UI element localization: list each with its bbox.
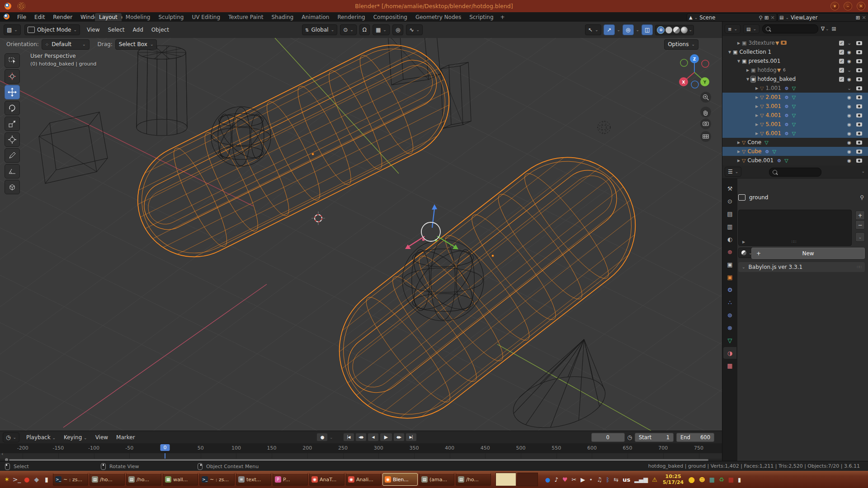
orientation-dropdown[interactable]: ⇅ Global ⌄ [302,24,337,35]
taskbar-window-zs[interactable]: >_~ : zs... [199,473,235,486]
outliner-display-mode[interactable]: ≣⌄ [725,24,741,33]
expand-arrow-icon[interactable]: ▶ [754,104,760,108]
mesh-data-icon[interactable]: ▽ [792,113,796,118]
eye-icon[interactable]: ◉ [847,77,851,82]
annotate-tool[interactable] [5,148,20,163]
playhead-badge[interactable]: 0 [160,444,170,451]
material-slot-list[interactable]: ▶ ∷∷ [738,210,852,246]
new-view-layer-icon[interactable]: ⊞ [856,14,860,21]
eye-icon[interactable]: ⌄ [847,40,851,46]
viewport-scene[interactable]: ZXY [0,38,722,431]
xray-toggle[interactable]: ◫ [642,24,653,35]
modifier-wrench-icon[interactable]: ⚙ [765,149,769,154]
outliner-row-5-001[interactable]: ▶▽5.001⚙▽◉ [722,120,868,129]
eye-icon[interactable]: ◉ [847,158,851,163]
expand-arrow-icon[interactable]: ▶ [736,41,741,45]
eye-icon[interactable]: ◉ [847,113,851,118]
modifiers-properties-tab[interactable]: ⚙ [723,284,736,296]
mesh-data-icon[interactable]: ▽ [792,85,796,91]
tab-geometry-nodes[interactable]: Geometry Nodes [411,13,465,21]
modifier-wrench-icon[interactable]: ⚙ [785,113,789,118]
taskbar-window-ho[interactable]: ▤/ho... [456,473,491,486]
mesh-data-icon[interactable]: ▽ [784,158,788,164]
exclude-checkbox[interactable]: ✓ [839,77,844,82]
view-layer-properties-tab[interactable]: ▥ [723,221,736,232]
taskbar-window-blen[interactable]: ◉Blen... [382,473,418,486]
eye-icon[interactable]: ◉ [847,59,851,64]
taskbar-window-wall[interactable]: ▦wall... [163,473,198,486]
close-icon[interactable]: ✕ [857,2,865,10]
gizmo-toggle[interactable]: ↗ [604,24,614,35]
camera-visibility-icon[interactable] [856,86,862,90]
tab-shading[interactable]: Shading [267,13,297,21]
eye-icon[interactable]: ⌄ [847,85,851,91]
collapse-arrow-icon[interactable]: ‹ [1,451,3,457]
jump-start-button[interactable]: |◀ [343,433,354,441]
tab-modeling[interactable]: Modeling [122,13,155,21]
app-blue-icon[interactable]: ● [545,476,550,483]
camera-visibility-icon[interactable] [856,68,862,72]
resize-grip[interactable]: ∷∷ [792,239,796,244]
eye-icon[interactable]: ◉ [847,149,851,154]
collection-properties-tab[interactable]: ▣ [723,258,736,270]
expand-arrow-icon[interactable]: ▶ [754,122,760,127]
texture-properties-tab[interactable]: ▦ [723,360,736,371]
terminal-launcher-icon[interactable]: >_ [12,474,22,485]
constraints-properties-tab[interactable]: ⊗ [723,322,736,333]
end-frame-field[interactable]: End 600 [676,433,714,442]
scene-properties-tab[interactable]: ◐ [723,233,736,245]
select-box-tool[interactable] [5,53,20,68]
render-properties-tab[interactable]: ⊙ [723,195,736,207]
viewport-menu-object[interactable]: Object [147,27,173,33]
pivot-dropdown[interactable]: ⊙⌄ [340,24,357,35]
show-desktop-icon[interactable]: ▮ [738,476,741,483]
new-material-button[interactable]: + New [751,248,865,259]
outliner-row-3dtexture[interactable]: ▶▣3dtexture▼✓⌄ [722,38,868,47]
exclude-checkbox[interactable]: ✓ [839,59,844,64]
music-icon[interactable]: ♪ [554,476,558,483]
timeline-ruler[interactable]: -200-150-100-500501001502002503003504004… [0,443,722,453]
outliner-row-2-001[interactable]: ▶▽2.001⚙▽◉ [722,93,868,102]
mesh-data-icon[interactable]: ▽ [792,122,796,127]
volume-icon[interactable]: ♫ [597,476,602,483]
exclude-checkbox[interactable]: ✓ [839,50,844,55]
shading-rendered-button[interactable] [681,27,688,33]
tab-scripting[interactable]: Scripting [465,13,497,21]
outliner-row-presets-001[interactable]: ▼▣presets.001✓◉ [722,56,868,66]
modifier-wrench-icon[interactable]: ⚙ [785,86,789,91]
usb-icon[interactable]: ⇆ [613,476,618,483]
axis-neg-x-ball[interactable] [702,60,709,67]
delete-scene-icon[interactable]: ✕ [770,14,775,21]
keyboard-layout-icon[interactable]: us [623,476,630,483]
pin-icon[interactable]: ⚲ [759,14,762,21]
settings-launcher-icon[interactable]: ◆ [32,474,42,485]
tab-uv-editing[interactable]: UV Editing [188,13,224,21]
outliner-view-mode[interactable]: ▤⌄ [743,24,760,33]
empty-sphere[interactable] [598,121,610,134]
modifier-wrench-icon[interactable]: ⚙ [777,158,781,163]
viewport-menu-view[interactable]: View [83,27,104,33]
maximize-icon[interactable]: – [844,2,852,10]
taskbar-window-ho[interactable]: ▤/ho... [126,473,161,486]
playhead-line[interactable] [165,453,165,459]
camera-visibility-icon[interactable] [856,159,862,163]
expand-arrow-icon[interactable]: ▶ [736,141,741,145]
stopwatch-icon[interactable]: ◷ [627,434,632,441]
view-layer-selector[interactable]: ▤⌄ ViewLayer ⊞ ✕ [777,13,868,22]
expand-arrow-icon[interactable]: ▶ [745,68,750,72]
expand-arrow-icon[interactable]: ▼ [745,77,750,81]
camera-visibility-icon[interactable] [856,122,862,127]
expand-arrow-icon[interactable]: ▶ [754,86,760,90]
new-collection-icon[interactable]: ⊞ [832,26,836,32]
outliner-row-3-001[interactable]: ▶▽3.001⚙▽◉ [722,102,868,111]
eye-icon[interactable]: ⌄ [847,67,851,73]
shading-material-button[interactable] [673,27,680,33]
rotate-tool[interactable] [5,101,20,115]
new-scene-icon[interactable]: ⊞ [764,14,769,21]
bluetooth-icon[interactable]: ᛒ [606,476,610,483]
notes-launcher-icon[interactable]: ▮ [42,474,52,485]
remove-slot-button[interactable]: − [855,220,865,230]
tab-rendering[interactable]: Rendering [333,13,369,21]
sphere-wireframe-left[interactable] [211,107,271,166]
next-keyframe-button[interactable]: ◆▶ [393,433,405,441]
